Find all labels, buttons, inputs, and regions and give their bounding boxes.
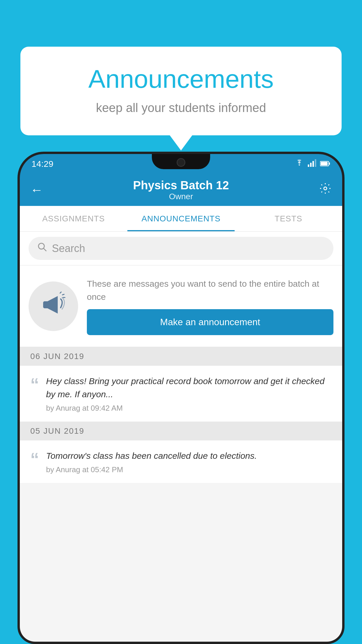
svg-rect-5 bbox=[329, 162, 330, 165]
user-role: Owner bbox=[43, 192, 319, 201]
tab-tests[interactable]: TESTS bbox=[235, 206, 342, 231]
megaphone-icon bbox=[40, 290, 66, 322]
date-separator-2: 05 JUN 2019 bbox=[20, 422, 342, 440]
signal-icon bbox=[308, 159, 317, 169]
message-text-1: Hey class! Bring your practical record b… bbox=[46, 374, 332, 401]
date-separator-1: 06 JUN 2019 bbox=[20, 347, 342, 366]
svg-rect-3 bbox=[315, 159, 316, 167]
speech-bubble: Announcements keep all your students inf… bbox=[20, 47, 342, 135]
status-icons bbox=[294, 159, 331, 169]
message-content-2: Tomorrow's class has been cancelled due … bbox=[46, 449, 332, 474]
wifi-icon bbox=[294, 159, 304, 169]
search-icon bbox=[37, 242, 47, 255]
date-label-1: 06 JUN 2019 bbox=[30, 352, 84, 361]
volume-down-button bbox=[17, 221, 19, 247]
message-item-2[interactable]: “ Tomorrow's class has been cancelled du… bbox=[20, 440, 342, 483]
search-bar[interactable]: Search bbox=[29, 237, 333, 260]
announcement-prompt: These are messages you want to send to t… bbox=[20, 265, 342, 347]
announcement-description: These are messages you want to send to t… bbox=[87, 277, 333, 303]
svg-line-9 bbox=[44, 249, 46, 251]
phone-notch bbox=[152, 154, 210, 169]
tab-assignments[interactable]: ASSIGNMENTS bbox=[20, 206, 127, 231]
tab-bar: ASSIGNMENTS ANNOUNCEMENTS TESTS bbox=[20, 206, 342, 232]
make-announcement-button[interactable]: Make an announcement bbox=[87, 309, 333, 335]
speech-bubble-container: Announcements keep all your students inf… bbox=[20, 47, 342, 135]
message-meta-2: by Anurag at 05:42 PM bbox=[46, 465, 332, 474]
status-time: 14:29 bbox=[31, 159, 53, 169]
camera bbox=[177, 158, 185, 167]
svg-rect-2 bbox=[312, 161, 314, 167]
svg-point-7 bbox=[324, 187, 327, 190]
phone-frame: 14:29 bbox=[17, 152, 345, 644]
tab-announcements[interactable]: ANNOUNCEMENTS bbox=[127, 206, 235, 231]
svg-rect-1 bbox=[310, 163, 312, 167]
message-text-2: Tomorrow's class has been cancelled due … bbox=[46, 449, 332, 462]
power-button bbox=[343, 206, 345, 236]
quote-icon-2: “ bbox=[30, 450, 39, 468]
svg-point-8 bbox=[38, 243, 44, 249]
app-bar: ← Physics Batch 12 Owner bbox=[20, 174, 342, 206]
battery-icon bbox=[320, 159, 331, 169]
announcement-right: These are messages you want to send to t… bbox=[87, 277, 333, 335]
svg-rect-6 bbox=[321, 162, 328, 165]
svg-rect-0 bbox=[308, 164, 309, 167]
search-container: Search bbox=[20, 232, 342, 265]
phone-screen: Search These are bbox=[20, 232, 342, 642]
svg-line-11 bbox=[62, 294, 64, 295]
date-label-2: 05 JUN 2019 bbox=[30, 426, 84, 436]
bubble-title: Announcements bbox=[44, 64, 318, 94]
bubble-subtitle: keep all your students informed bbox=[44, 101, 318, 115]
message-content-1: Hey class! Bring your practical record b… bbox=[46, 374, 332, 413]
app-bar-center: Physics Batch 12 Owner bbox=[43, 179, 319, 201]
quote-icon-1: “ bbox=[30, 376, 39, 393]
back-button[interactable]: ← bbox=[30, 183, 43, 197]
settings-icon[interactable] bbox=[319, 182, 332, 198]
search-placeholder: Search bbox=[52, 242, 85, 255]
volume-up-button bbox=[17, 198, 19, 215]
announcement-icon-circle bbox=[29, 281, 78, 331]
message-item-1[interactable]: “ Hey class! Bring your practical record… bbox=[20, 366, 342, 422]
message-meta-1: by Anurag at 09:42 AM bbox=[46, 404, 332, 413]
svg-line-10 bbox=[60, 292, 61, 293]
batch-title: Physics Batch 12 bbox=[43, 179, 319, 192]
